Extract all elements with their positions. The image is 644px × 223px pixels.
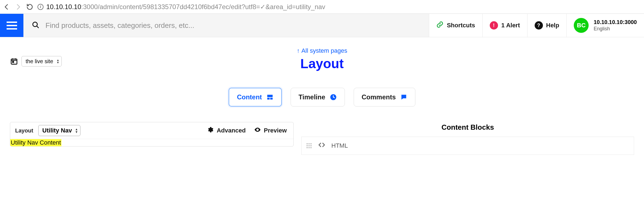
help-button[interactable]: ? Help [527, 14, 567, 37]
help-label: Help [546, 22, 559, 29]
up-arrow-icon: ↑ [297, 47, 300, 54]
calendar-icon [10, 57, 18, 65]
gear-icon [207, 126, 214, 135]
content-blocks-sidebar: Content Blocks HTML [301, 122, 634, 155]
shortcuts-button[interactable]: Shortcuts [429, 14, 482, 37]
user-meta: 10.10.10.10:3000 English [594, 19, 637, 32]
back-link-label: All system pages [301, 47, 347, 54]
svg-rect-7 [267, 95, 273, 97]
comment-icon [400, 94, 407, 101]
advanced-label: Advanced [217, 127, 246, 134]
site-select[interactable]: the live site ▲▼ [21, 56, 62, 67]
url-path: :3000/admin/content/5981335707dd4210f6bd… [81, 3, 325, 10]
avatar: BC [574, 18, 589, 33]
layout-area-select-value: Utility Nav [42, 127, 72, 134]
content-block-html[interactable]: HTML [301, 137, 634, 155]
browser-url-bar[interactable]: i 10.10.10.10:3000/admin/content/5981335… [37, 3, 641, 11]
hamburger-icon [7, 22, 17, 30]
app-top-bar: Shortcuts ! 1 Alert ? Help BC 10.10.10.1… [0, 14, 644, 37]
tab-content[interactable]: Content [229, 88, 282, 107]
layout-editor-toolbar: Layout Utility Nav ▲▼ Advanced Preview [10, 122, 293, 139]
select-arrows-icon: ▲▼ [75, 128, 78, 133]
search-icon [32, 21, 39, 30]
advanced-button[interactable]: Advanced [205, 126, 247, 135]
global-search [23, 14, 429, 37]
user-language-label: English [594, 26, 637, 32]
alerts-button[interactable]: ! 1 Alert [482, 14, 527, 37]
help-icon: ? [535, 21, 543, 30]
layout-editor-panel: Layout Utility Nav ▲▼ Advanced Preview U… [10, 122, 294, 147]
user-menu[interactable]: BC 10.10.10.10:3000 English [566, 14, 644, 37]
content-block-html-label: HTML [331, 142, 348, 149]
site-select-value: the live site [26, 58, 53, 65]
select-arrows-icon: ▲▼ [56, 59, 59, 64]
alert-icon: ! [490, 21, 498, 30]
eye-icon [254, 126, 261, 135]
tab-comments[interactable]: Comments [354, 88, 415, 107]
alerts-label: 1 Alert [501, 22, 520, 29]
browser-toolbar: i 10.10.10.10:3000/admin/content/5981335… [0, 0, 644, 14]
editor-area: Layout Utility Nav ▲▼ Advanced Preview U… [0, 109, 644, 155]
page-title: Layout [10, 56, 634, 71]
content-blocks-title: Content Blocks [301, 123, 634, 132]
preview-button[interactable]: Preview [252, 126, 288, 135]
user-host-label: 10.10.10.10:3000 [594, 19, 637, 26]
browser-reload-button[interactable] [26, 3, 34, 11]
back-to-system-pages-link[interactable]: ↑ All system pages [297, 47, 347, 54]
browser-back-button[interactable] [3, 3, 10, 11]
layout-label: Layout [15, 128, 33, 134]
svg-rect-9 [270, 98, 273, 100]
page-tabs: Content Timeline Comments [10, 88, 634, 107]
content-blocks-icon [266, 94, 274, 101]
release-selector: the live site ▲▼ [10, 56, 62, 67]
url-host: 10.10.10.10 [46, 3, 81, 10]
tab-timeline[interactable]: Timeline [291, 88, 345, 107]
tab-content-label: Content [237, 93, 262, 101]
clock-icon [330, 94, 337, 101]
tab-comments-label: Comments [362, 93, 396, 101]
svg-rect-3 [12, 61, 14, 63]
code-icon [318, 141, 326, 151]
tab-timeline-label: Timeline [299, 93, 325, 101]
main-menu-button[interactable] [0, 14, 23, 37]
site-info-icon[interactable]: i [37, 4, 44, 10]
layout-content-region[interactable]: Utility Nav Content [10, 139, 293, 146]
browser-forward-button[interactable] [14, 3, 22, 11]
preview-label: Preview [264, 127, 287, 134]
global-search-input[interactable] [45, 21, 421, 30]
page-header: the live site ▲▼ ↑ All system pages Layo… [0, 37, 644, 109]
utility-nav-content-block[interactable]: Utility Nav Content [10, 139, 61, 146]
svg-line-1 [37, 26, 38, 28]
layout-area-select[interactable]: Utility Nav ▲▼ [38, 125, 81, 136]
link-icon [436, 21, 443, 30]
shortcuts-label: Shortcuts [447, 22, 475, 29]
drag-handle-icon[interactable] [307, 143, 312, 148]
svg-rect-8 [267, 98, 270, 100]
